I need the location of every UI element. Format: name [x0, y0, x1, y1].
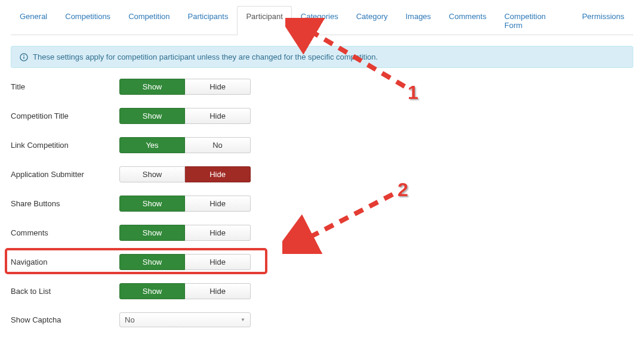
toggle-option-right[interactable]: Hide [185, 166, 251, 182]
setting-label: Back to List [11, 287, 119, 296]
toggle-group: ShowHide [119, 254, 251, 270]
toggle-option-right[interactable]: Hide [185, 283, 251, 299]
info-icon [20, 53, 28, 61]
select-value: No [125, 315, 135, 324]
tab-comments[interactable]: Comments [440, 6, 495, 35]
toggle-group: ShowHide [119, 166, 251, 182]
toggle-option-right[interactable]: Hide [185, 196, 251, 212]
tab-permissions[interactable]: Permissions [573, 6, 633, 35]
setting-label: Application Submitter [11, 170, 119, 179]
setting-row-application-submitter: Application SubmitterShowHide [11, 166, 633, 182]
setting-label: Share Buttons [11, 199, 119, 208]
tab-participant[interactable]: Participant [237, 6, 291, 35]
tab-competition-form[interactable]: Competition Form [495, 6, 573, 35]
tab-category[interactable]: Category [347, 6, 397, 35]
toggle-option-left[interactable]: Show [119, 254, 185, 270]
toggle-group: ShowHide [119, 79, 251, 95]
toggle-option-left[interactable]: Show [119, 108, 185, 124]
setting-label: Competition Title [11, 111, 119, 120]
tab-categories[interactable]: Categories [292, 6, 347, 35]
toggle-option-left[interactable]: Show [119, 166, 185, 182]
info-banner: These settings apply for competition par… [11, 46, 633, 68]
setting-row-competition-title: Competition TitleShowHide [11, 108, 633, 124]
svg-rect-1 [23, 56, 24, 58]
tab-competition[interactable]: Competition [119, 6, 178, 35]
setting-row-title: TitleShowHide [11, 79, 633, 95]
toggle-option-right[interactable]: Hide [185, 254, 251, 270]
toggle-option-left[interactable]: Show [119, 283, 185, 299]
setting-label: Comments [11, 228, 119, 237]
tab-competitions[interactable]: Competitions [56, 6, 119, 35]
setting-label: Link Competition [11, 141, 119, 150]
setting-label: Navigation [11, 258, 119, 266]
toggle-group: ShowHide [119, 283, 251, 299]
toggle-option-right[interactable]: Hide [185, 79, 251, 95]
toggle-group: YesNo [119, 137, 251, 153]
toggle-group: ShowHide [119, 225, 251, 241]
info-text: These settings apply for competition par… [33, 52, 378, 61]
toggle-option-right[interactable]: Hide [185, 225, 251, 241]
tab-images[interactable]: Images [396, 6, 440, 35]
toggle-option-right[interactable]: No [185, 137, 251, 153]
svg-point-2 [23, 54, 24, 55]
select-show-captcha[interactable]: No [119, 312, 251, 327]
tab-general[interactable]: General [11, 6, 56, 35]
toggle-option-left[interactable]: Show [119, 225, 185, 241]
setting-row-comments: CommentsShowHide [11, 225, 633, 241]
setting-label: Title [11, 82, 119, 91]
tabs-bar: GeneralCompetitionsCompetitionParticipan… [11, 6, 633, 35]
tab-participants[interactable]: Participants [179, 6, 238, 35]
setting-row-share-buttons: Share ButtonsShowHide [11, 196, 633, 212]
toggle-option-right[interactable]: Hide [185, 108, 251, 124]
setting-row-link-competition: Link CompetitionYesNo [11, 137, 633, 153]
toggle-option-left[interactable]: Show [119, 196, 185, 212]
toggle-group: ShowHide [119, 108, 251, 124]
setting-row-show-captcha: Show CaptchaNo [11, 312, 633, 327]
toggle-group: ShowHide [119, 196, 251, 212]
setting-row-back-to-list: Back to ListShowHide [11, 283, 633, 299]
toggle-option-left[interactable]: Show [119, 79, 185, 95]
setting-label: Show Captcha [11, 315, 119, 324]
setting-row-navigation: NavigationShowHide [11, 254, 633, 270]
toggle-option-left[interactable]: Yes [119, 137, 185, 153]
